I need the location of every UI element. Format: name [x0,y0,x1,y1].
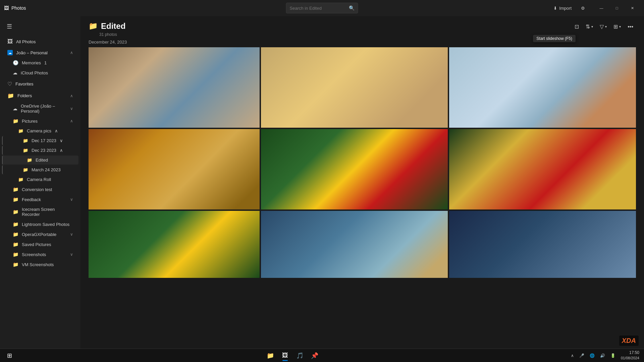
taskbar-volume-icon[interactable]: 🔊 [598,353,607,359]
memories-label: Memories [22,60,41,65]
saved-pictures-icon: 📁 [13,242,18,247]
sidebar-item-march24[interactable]: 📁 March 24 2023 [2,165,78,174]
filter-button[interactable]: ▽ ▾ [597,21,609,32]
import-icon: ⬇ [553,6,557,11]
onedrive-chevron-icon: ∨ [70,106,73,111]
all-photos-label: All Photos [16,39,73,44]
sidebar-item-joao-personal[interactable]: ☁ João – Personal ∧ [2,48,78,57]
sidebar-item-camera-roll[interactable]: 📁 Camera Roll [2,175,78,184]
sidebar-item-dec17[interactable]: 📁 Dec 17 2023 ∨ [2,136,78,145]
photo-cell-1[interactable] [89,47,260,128]
sidebar-item-folders[interactable]: 📁 Folders ∧ [2,90,78,101]
sidebar-item-screenshots[interactable]: 📁 Screenshots ∨ [2,250,78,259]
sidebar-item-dec23[interactable]: 📁 Dec 23 2023 ∧ [2,146,78,155]
photo-cell-7[interactable] [89,211,260,278]
photo-cell-6[interactable] [449,129,636,209]
lightroom-icon: 📁 [13,222,18,227]
saved-pictures-label: Saved Pictures [22,242,51,247]
camera-roll-icon: 📁 [18,177,23,182]
content-toolbar: Start slideshow (F5) ⊡ ⇅ ▾ ▽ ▾ ⊞ ▾ ••• [572,21,636,32]
photo-cell-3[interactable] [449,47,636,128]
dec17-label: Dec 17 2023 [32,138,56,143]
taskbar-app-pin[interactable]: 📌 [308,350,321,362]
edited-icon: 📁 [27,158,32,163]
sidebar-item-pictures[interactable]: 📁 Pictures ∧ [2,116,78,126]
sidebar-item-conversion-test[interactable]: 📁 Conversion test [2,185,78,194]
sidebar-item-saved-pictures[interactable]: 📁 Saved Pictures [2,240,78,249]
folders-label: Folders [17,93,32,98]
pictures-icon: 📁 [13,118,18,124]
view-button[interactable]: ⊞ ▾ [611,21,624,32]
onedrive-label: OneDrive (João – Personal) [21,104,67,114]
taskbar-mic-icon[interactable]: 🎤 [577,353,586,359]
view-icon: ⊞ [613,23,618,30]
sidebar-item-lightroom[interactable]: 📁 Lightroom Saved Photos [2,220,78,229]
icecream-label: Icecream Screen Recorder [22,207,73,217]
hamburger-button[interactable]: ☰ [5,21,13,32]
close-button[interactable]: ✕ [625,3,640,13]
sidebar-hamburger[interactable]: ☰ [0,19,80,34]
settings-button[interactable]: ⚙ [578,4,588,12]
sort-icon: ⇅ [586,23,590,30]
taskbar-network-icon[interactable]: 🌐 [588,353,597,359]
sidebar-item-favorites[interactable]: ♡ Favorites [2,78,78,90]
import-label: Import [559,6,572,11]
sidebar-item-onedrive[interactable]: ☁ OneDrive (João – Personal) ∨ [2,102,78,116]
photo-cell-5[interactable] [261,129,448,209]
photo-cell-2[interactable] [261,47,448,128]
start-button[interactable]: ⊞ [3,350,16,362]
photo-cell-9[interactable] [449,211,636,278]
taskbar-clock[interactable]: 17:50 01/08/2024 [619,349,641,361]
sort-arrow-icon: ▾ [591,25,593,28]
operagx-icon: 📁 [13,232,18,237]
screenshots-icon: 📁 [13,252,18,257]
all-photos-icon: 🖼 [7,39,13,45]
sidebar-item-vm-screenshots[interactable]: 📁 VM Screenshots [2,260,78,269]
search-icon[interactable]: 🔍 [349,5,355,11]
import-button[interactable]: ⬇ Import [550,4,575,12]
slideshow-tooltip: Start slideshow (F5) [533,35,576,42]
photos-taskbar-icon: 🖼 [282,352,288,359]
operagx-chevron-icon: ∨ [70,232,73,237]
settings-icon: ⚙ [581,6,585,11]
search-bar[interactable]: 🔍 [286,3,358,13]
sidebar-item-camera-pics[interactable]: 📁 Camera pics ∧ [2,126,78,135]
sidebar-item-operagx[interactable]: 📁 OperaGXPortable ∨ [2,230,78,239]
content-title: 📁 Edited [89,21,125,31]
taskbar-app-photos[interactable]: 🖼 [278,350,292,362]
slideshow-button[interactable]: ⊡ [572,21,582,32]
photo-row-2 [89,129,636,209]
search-input[interactable] [290,6,346,11]
photo-cell-4[interactable] [89,129,260,209]
taskbar-app-music[interactable]: 🎵 [293,350,307,362]
sidebar-item-all-photos[interactable]: 🖼 All Photos [2,36,78,47]
more-button[interactable]: ••• [625,22,636,32]
camera-pics-icon: 📁 [18,128,23,133]
sidebar-item-icecream[interactable]: 📁 Icecream Screen Recorder [2,205,78,219]
app-name: Photos [11,5,26,11]
camera-pics-label: Camera pics [27,128,51,133]
dec23-label: Dec 23 2023 [32,148,56,153]
clock-date: 01/08/2024 [621,356,639,361]
sort-button[interactable]: ⇅ ▾ [583,21,596,32]
feedback-label: Feedback [22,197,41,202]
dec17-chevron-icon: ∨ [60,138,63,143]
sidebar-item-memories[interactable]: 🕐 Memories 1 [2,58,78,67]
more-icon: ••• [628,24,633,30]
photo-cell-8[interactable] [261,211,448,278]
taskbar-right: ∧ 🎤 🌐 🔊 🔋 17:50 01/08/2024 [569,349,641,361]
sidebar-item-edited[interactable]: 📁 Edited [2,156,78,165]
taskbar-app-explorer[interactable]: 📁 [264,350,277,362]
edited-label: Edited [36,158,48,163]
taskbar: ⊞ 📁 🖼 🎵 📌 ∧ 🎤 🌐 🔊 🔋 17:50 01/08/2024 [0,349,644,362]
feedback-chevron-icon: ∨ [70,197,73,202]
onedrive-small-icon: ☁ [7,50,13,55]
taskbar-chevron[interactable]: ∧ [569,353,576,359]
taskbar-battery-icon[interactable]: 🔋 [608,353,618,359]
minimize-button[interactable]: — [594,3,609,13]
photo-grid-container: December 24, 2023 [80,40,644,349]
sidebar-item-icloud[interactable]: ☁ iCloud Photos [2,68,78,77]
sidebar-item-feedback[interactable]: 📁 Feedback ∨ [2,195,78,204]
xda-watermark: XDA [619,336,639,346]
maximize-button[interactable]: □ [609,3,625,13]
